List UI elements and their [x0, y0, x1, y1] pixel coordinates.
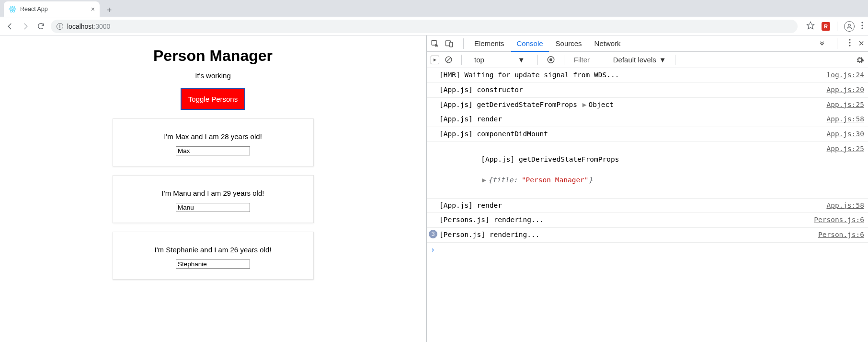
svg-rect-11 [450, 42, 453, 47]
back-button[interactable] [5, 21, 15, 32]
person-name-input[interactable] [176, 259, 250, 269]
log-message: [HMR] Waiting for update signal from WDS… [439, 70, 822, 81]
tab-network[interactable]: Network [589, 35, 627, 52]
devtools-tab-bar: Elements Console Sources Network × [427, 35, 868, 52]
svg-point-18 [549, 59, 552, 61]
console-log-list: [HMR] Waiting for update signal from WDS… [427, 68, 868, 342]
log-source-link[interactable]: App.js:58 [822, 200, 864, 211]
tab-console[interactable]: Console [511, 35, 549, 52]
log-source-link[interactable]: App.js:30 [822, 129, 864, 140]
browser-tab[interactable]: React App × [4, 1, 100, 17]
log-source-link[interactable]: log.js:24 [822, 70, 864, 81]
person-text: I'm Max and I am 28 years old! [118, 132, 308, 141]
more-tabs-icon[interactable] [819, 39, 825, 47]
person-name-input[interactable] [176, 203, 250, 212]
log-message: [App.js] getDerivedStateFromProps ▶Objec… [439, 100, 822, 110]
log-source-link[interactable]: App.js:25 [822, 100, 864, 110]
extension-icon[interactable]: R [822, 22, 830, 31]
log-source-link[interactable]: Person.js:6 [813, 230, 864, 240]
log-source-link[interactable]: Persons.js:6 [809, 215, 864, 225]
person-card: I'm Max and I am 28 years old! [113, 118, 314, 166]
svg-point-3 [12, 9, 13, 10]
new-tab-button[interactable]: + [103, 3, 116, 17]
svg-marker-4 [807, 22, 814, 29]
svg-point-12 [849, 39, 851, 40]
url-port: :3000 [93, 23, 110, 30]
log-row[interactable]: [HMR] Waiting for update signal from WDS… [427, 68, 868, 83]
log-message: [App.js] render [439, 114, 822, 125]
separator [675, 55, 675, 65]
toolbar: i localhost:3000 R [0, 17, 868, 35]
console-sidebar-toggle-icon[interactable] [431, 56, 439, 64]
log-row[interactable]: [App.js] constructor App.js:20 [427, 83, 868, 98]
address-bar[interactable]: i localhost:3000 [51, 20, 798, 33]
console-toolbar: top ▼ Default levels ▼ [427, 52, 868, 68]
devtools-panel: Elements Console Sources Network × [426, 35, 868, 342]
chrome-menu-icon[interactable] [861, 22, 863, 31]
log-message: [App.js] getDerivedStateFromProps ▶{titl… [439, 144, 822, 196]
log-row[interactable]: [App.js] componentDidMount App.js:30 [427, 127, 868, 142]
separator [564, 55, 564, 65]
separator [463, 38, 464, 49]
react-favicon-icon [9, 5, 16, 13]
log-levels-select[interactable]: Default levels ▼ [613, 56, 666, 64]
svg-point-5 [848, 24, 851, 26]
levels-label: Default levels [613, 56, 656, 64]
log-row[interactable]: [App.js] getDerivedStateFromProps ▶Objec… [427, 98, 868, 113]
profile-avatar-icon[interactable] [844, 21, 855, 32]
log-source-link[interactable]: App.js:20 [822, 85, 864, 95]
repeat-count-badge: 3 [429, 230, 437, 238]
log-message: [App.js] componentDidMount [439, 129, 822, 140]
console-settings-icon[interactable] [856, 56, 864, 64]
chevron-down-icon: ▼ [518, 56, 525, 64]
tab-strip: React App × + [0, 0, 868, 17]
person-name-input[interactable] [176, 146, 250, 155]
toggle-persons-button[interactable]: Toggle Persons [181, 88, 245, 110]
clear-console-icon[interactable] [444, 56, 453, 64]
svg-point-7 [861, 24, 863, 26]
svg-point-14 [849, 45, 851, 46]
url-host: localhost [67, 23, 93, 30]
separator [537, 55, 538, 65]
log-source-link[interactable]: App.js:25 [822, 144, 864, 154]
context-label: top [474, 56, 484, 64]
device-toolbar-icon[interactable] [445, 39, 454, 48]
reload-button[interactable] [35, 21, 46, 32]
chevron-down-icon: ▼ [659, 56, 666, 64]
live-expression-icon[interactable] [547, 56, 555, 64]
console-prompt[interactable]: › [427, 243, 868, 257]
person-card: I'm Stephanie and I am 26 years old! [113, 232, 314, 280]
page-title: Person Manager [0, 47, 426, 65]
svg-point-6 [861, 22, 863, 23]
svg-marker-15 [434, 59, 436, 61]
person-text: I'm Stephanie and I am 26 years old! [118, 246, 308, 254]
expand-triangle-icon[interactable]: ▶ [582, 101, 587, 108]
separator [461, 55, 462, 65]
person-text: I'm Manu and I am 29 years old! [118, 189, 308, 197]
log-row[interactable]: [App.js] render App.js:58 [427, 199, 868, 213]
console-filter-input[interactable] [573, 55, 608, 64]
app-viewport: Person Manager It's working Toggle Perso… [0, 35, 426, 342]
devtools-close-icon[interactable]: × [858, 38, 864, 49]
log-row[interactable]: [Persons.js] rendering... Persons.js:6 [427, 213, 868, 228]
log-row[interactable]: 3 [Person.js] rendering... Person.js:6 [427, 228, 868, 243]
tab-close-icon[interactable]: × [91, 5, 95, 13]
site-info-icon[interactable]: i [57, 23, 63, 30]
person-card: I'm Manu and I am 29 years old! [113, 175, 314, 223]
bookmark-star-icon[interactable] [806, 21, 815, 32]
log-row[interactable]: [App.js] render App.js:58 [427, 112, 868, 127]
tab-elements[interactable]: Elements [468, 35, 510, 52]
log-message: [Persons.js] rendering... [439, 215, 809, 225]
forward-button[interactable] [20, 21, 31, 32]
log-source-link[interactable]: App.js:58 [822, 114, 864, 125]
separator [837, 38, 837, 49]
tab-title: React App [20, 6, 87, 12]
log-row[interactable]: [App.js] getDerivedStateFromProps ▶{titl… [427, 142, 868, 199]
prompt-chevron-icon: › [431, 246, 435, 254]
devtools-menu-icon[interactable] [849, 39, 851, 48]
log-message: [Person.js] rendering... [439, 230, 813, 240]
tab-sources[interactable]: Sources [550, 35, 588, 52]
expand-triangle-icon[interactable]: ▶ [482, 176, 486, 184]
inspect-element-icon[interactable] [431, 39, 439, 48]
execution-context-select[interactable]: top ▼ [470, 55, 529, 65]
